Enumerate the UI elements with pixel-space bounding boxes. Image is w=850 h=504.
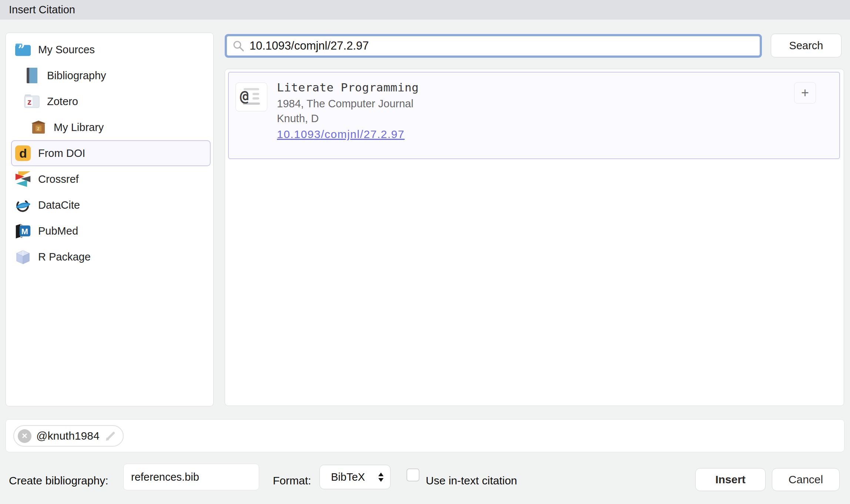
format-select-value: BibTeX xyxy=(331,471,378,483)
add-citation-button[interactable]: + xyxy=(794,82,816,104)
my-library-icon: z xyxy=(30,118,47,136)
svg-text:z: z xyxy=(27,97,31,107)
sidebar-item-zotero[interactable]: z Zotero xyxy=(6,88,213,114)
result-authors: Knuth, D xyxy=(277,112,419,125)
bibliography-filename-input[interactable] xyxy=(123,464,259,490)
svg-text:”: ” xyxy=(18,43,25,57)
svg-text:z: z xyxy=(37,125,40,131)
search-button[interactable]: Search xyxy=(771,34,841,57)
format-label: Format: xyxy=(273,474,311,487)
sidebar-item-bibliography[interactable]: Bibliography xyxy=(6,63,213,88)
datacite-icon xyxy=(14,196,32,214)
sidebar-item-my-library[interactable]: z My Library xyxy=(6,114,213,140)
sidebar-item-datacite[interactable]: DataCite xyxy=(6,192,213,218)
crossref-icon xyxy=(14,170,32,188)
sidebar-item-crossref[interactable]: Crossref xyxy=(6,166,213,192)
chevron-up-down-icon xyxy=(378,473,384,482)
dialog-titlebar: Insert Citation xyxy=(0,0,850,20)
cancel-button[interactable]: Cancel xyxy=(772,468,840,491)
result-meta: 1984, The Computer Journal xyxy=(277,98,419,110)
bibliography-icon xyxy=(23,67,41,84)
my-sources-icon: ” xyxy=(14,41,32,58)
zotero-icon: z xyxy=(23,93,41,110)
insert-button[interactable]: Insert xyxy=(695,468,766,491)
svg-text:d: d xyxy=(19,146,27,160)
sources-sidebar: ” My Sources Bibliography z Zotero xyxy=(6,33,214,406)
create-bibliography-label: Create bibliography: xyxy=(9,474,108,487)
citation-result-card[interactable]: @ Literate Programming 1984, The Compute… xyxy=(228,72,840,159)
close-icon[interactable]: ✕ xyxy=(18,429,31,443)
use-intext-citation-label: Use in-text citation xyxy=(426,474,517,487)
search-icon xyxy=(232,40,244,52)
sidebar-item-label: My Sources xyxy=(38,44,95,56)
citation-tag-label: @knuth1984 xyxy=(36,430,100,442)
dialog-title: Insert Citation xyxy=(9,4,75,16)
r-package-icon xyxy=(14,248,32,266)
sidebar-item-pubmed[interactable]: M PubMed xyxy=(6,218,213,244)
format-select[interactable]: BibTeX xyxy=(319,465,391,489)
sidebar-item-from-doi[interactable]: d From DOI xyxy=(11,140,211,166)
search-field-focus-ring xyxy=(225,34,762,58)
svg-text:M: M xyxy=(21,227,28,236)
doi-icon: d xyxy=(14,144,32,162)
sidebar-item-my-sources[interactable]: ” My Sources xyxy=(6,37,213,63)
sidebar-item-label: Zotero xyxy=(47,95,78,108)
use-intext-citation-checkbox[interactable] xyxy=(406,468,419,481)
sidebar-item-label: My Library xyxy=(54,121,104,134)
pubmed-icon: M xyxy=(14,222,32,240)
result-title: Literate Programming xyxy=(277,81,419,94)
sidebar-item-label: Bibliography xyxy=(47,70,106,82)
sidebar-item-label: PubMed xyxy=(38,225,78,237)
citation-tag-chip[interactable]: ✕ @knuth1984 xyxy=(13,425,124,447)
search-input[interactable] xyxy=(250,36,760,56)
selected-citations-bar: ✕ @knuth1984 xyxy=(6,419,844,452)
results-panel: @ Literate Programming 1984, The Compute… xyxy=(225,69,844,406)
sidebar-item-label: From DOI xyxy=(38,147,85,159)
sidebar-item-label: R Package xyxy=(38,251,91,263)
svg-text:@: @ xyxy=(240,88,249,105)
result-doi-link[interactable]: 10.1093/comjnl/27.2.97 xyxy=(277,128,405,141)
sidebar-item-label: DataCite xyxy=(38,199,80,211)
pencil-icon[interactable] xyxy=(104,430,116,441)
sidebar-item-r-package[interactable]: R Package xyxy=(6,244,213,270)
sidebar-item-label: Crossref xyxy=(38,173,79,185)
citation-entry-icon: @ xyxy=(235,83,267,111)
